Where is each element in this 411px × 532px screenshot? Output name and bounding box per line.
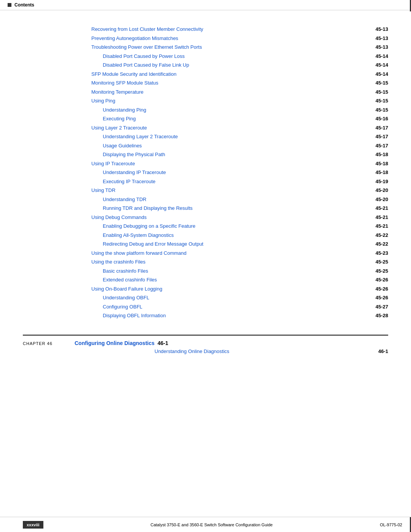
- toc-page-22: 45-21: [376, 222, 388, 230]
- top-bar: Contents: [0, 0, 411, 10]
- toc-item: Understanding OBFL45-26: [23, 294, 388, 302]
- toc-link-8[interactable]: Using Ping: [91, 97, 115, 105]
- toc-link-14[interactable]: Displaying the Physical Path: [103, 151, 165, 158]
- main-content: Recovering from Lost Cluster Member Conn…: [0, 10, 411, 379]
- toc-link-15[interactable]: Using IP Traceroute: [91, 160, 135, 168]
- toc-link-9[interactable]: Understanding Ping: [103, 106, 146, 114]
- toc-link-2[interactable]: Troubleshooting Power over Ethernet Swit…: [91, 43, 202, 51]
- toc-link-16[interactable]: Understanding IP Traceroute: [103, 169, 166, 176]
- toc-link-23[interactable]: Enabling All-System Diagnostics: [103, 232, 174, 239]
- toc-page-13: 45-17: [376, 142, 388, 150]
- toc-page-29: 45-26: [376, 285, 388, 293]
- toc-item: Recovering from Lost Cluster Member Conn…: [23, 26, 388, 33]
- chapter-sub-item-0: Understanding Online Diagnostics46-1: [75, 348, 388, 354]
- page-container: Contents Recovering from Lost Cluster Me…: [0, 0, 411, 532]
- toc-page-2: 45-13: [376, 43, 388, 51]
- toc-page-10: 45-16: [376, 115, 388, 123]
- header-label: Contents: [14, 2, 34, 8]
- toc-list: Recovering from Lost Cluster Member Conn…: [23, 26, 388, 320]
- toc-page-14: 45-18: [376, 151, 388, 158]
- toc-page-11: 45-17: [376, 124, 388, 132]
- toc-link-21[interactable]: Using Debug Commands: [91, 214, 147, 221]
- chapter-sub-page-0: 46-1: [378, 348, 388, 354]
- toc-item: Disabled Port Caused by Power Loss45-14: [23, 53, 388, 60]
- toc-item: Monitoring SFP Module Status45-15: [23, 79, 388, 87]
- toc-link-13[interactable]: Usage Guidelines: [103, 142, 142, 150]
- toc-page-17: 45-19: [376, 178, 388, 185]
- chapter-title-link[interactable]: Configuring Online Diagnostics: [75, 340, 155, 346]
- toc-page-28: 45-26: [376, 276, 388, 284]
- toc-page-5: 45-14: [376, 70, 388, 78]
- toc-link-31[interactable]: Configuring OBFL: [103, 303, 142, 311]
- toc-item: Enabling All-System Diagnostics45-22: [23, 232, 388, 239]
- toc-link-30[interactable]: Understanding OBFL: [103, 294, 149, 302]
- toc-item: Understanding TDR45-20: [23, 196, 388, 203]
- toc-item: Using TDR45-20: [23, 187, 388, 194]
- footer: xxxviii Catalyst 3750-E and 3560-E Switc…: [0, 517, 411, 532]
- chapter-section: chapter 46Configuring Online Diagnostics…: [23, 335, 388, 356]
- toc-link-29[interactable]: Using On-Board Failure Logging: [91, 285, 162, 293]
- toc-page-1: 45-13: [376, 35, 388, 42]
- toc-item: Displaying OBFL Information45-28: [23, 312, 388, 320]
- toc-link-12[interactable]: Understanding Layer 2 Traceroute: [103, 133, 178, 141]
- toc-link-28[interactable]: Extended crashinfo Files: [103, 276, 157, 284]
- toc-page-19: 45-20: [376, 196, 388, 203]
- toc-item: Understanding Layer 2 Traceroute45-17: [23, 133, 388, 141]
- toc-link-0[interactable]: Recovering from Lost Cluster Member Conn…: [91, 26, 203, 33]
- chapter-label: chapter 46: [23, 341, 68, 346]
- toc-link-7[interactable]: Monitoring Temperature: [91, 88, 143, 96]
- toc-item: Understanding IP Traceroute45-18: [23, 169, 388, 176]
- toc-item: Using Ping45-15: [23, 97, 388, 105]
- header-square-icon: [8, 3, 11, 7]
- toc-item: Extended crashinfo Files45-26: [23, 276, 388, 284]
- toc-page-3: 45-14: [376, 53, 388, 60]
- toc-item: Using Debug Commands45-21: [23, 214, 388, 221]
- toc-link-18[interactable]: Using TDR: [91, 187, 115, 194]
- toc-page-20: 45-21: [376, 204, 388, 212]
- chapter-label-block: chapter 46: [23, 341, 68, 346]
- toc-page-30: 45-26: [376, 294, 388, 302]
- toc-item: Disabled Port Caused by False Link Up45-…: [23, 61, 388, 69]
- toc-item: Redirecting Debug and Error Message Outp…: [23, 240, 388, 248]
- toc-link-10[interactable]: Executing Ping: [103, 115, 136, 123]
- toc-link-26[interactable]: Using the crashinfo Files: [91, 258, 145, 266]
- toc-item: Preventing Autonegotiation Mismatches45-…: [23, 35, 388, 42]
- footer-right-text: OL-9775-02: [380, 522, 402, 527]
- toc-link-32[interactable]: Displaying OBFL Information: [103, 312, 166, 320]
- toc-page-12: 45-17: [376, 133, 388, 141]
- toc-item: Configuring OBFL45-27: [23, 303, 388, 311]
- toc-link-27[interactable]: Basic crashinfo Files: [103, 267, 148, 275]
- toc-link-17[interactable]: Executing IP Traceroute: [103, 178, 156, 185]
- toc-item: Troubleshooting Power over Ethernet Swit…: [23, 43, 388, 51]
- toc-link-1[interactable]: Preventing Autonegotiation Mismatches: [91, 35, 178, 42]
- toc-link-24[interactable]: Redirecting Debug and Error Message Outp…: [103, 240, 203, 248]
- toc-link-11[interactable]: Using Layer 2 Traceroute: [91, 124, 147, 132]
- toc-link-19[interactable]: Understanding TDR: [103, 196, 147, 203]
- toc-link-4[interactable]: Disabled Port Caused by False Link Up: [103, 61, 189, 69]
- toc-item: Using the show platform forward Command4…: [23, 249, 388, 257]
- toc-page-15: 45-18: [376, 160, 388, 168]
- toc-item: Basic crashinfo Files45-25: [23, 267, 388, 275]
- toc-page-25: 45-23: [376, 249, 388, 257]
- toc-link-5[interactable]: SFP Module Security and Identification: [91, 70, 177, 78]
- toc-link-22[interactable]: Enabling Debugging on a Specific Feature: [103, 222, 196, 230]
- footer-page-badge: xxxviii: [23, 521, 43, 529]
- chapter-sub-link-0[interactable]: Understanding Online Diagnostics: [155, 348, 229, 354]
- toc-item: Understanding Ping45-15: [23, 106, 388, 114]
- toc-item: Using Layer 2 Traceroute45-17: [23, 124, 388, 132]
- toc-link-3[interactable]: Disabled Port Caused by Power Loss: [103, 53, 185, 60]
- toc-item: Executing IP Traceroute45-19: [23, 178, 388, 185]
- toc-page-24: 45-22: [376, 240, 388, 248]
- toc-item: Using the crashinfo Files45-25: [23, 258, 388, 266]
- toc-page-0: 45-13: [376, 26, 388, 33]
- toc-link-6[interactable]: Monitoring SFP Module Status: [91, 79, 158, 87]
- toc-item: Displaying the Physical Path45-18: [23, 151, 388, 158]
- toc-item: Using On-Board Failure Logging45-26: [23, 285, 388, 293]
- toc-page-26: 45-25: [376, 258, 388, 266]
- toc-page-18: 45-20: [376, 187, 388, 194]
- toc-page-16: 45-18: [376, 169, 388, 176]
- toc-page-31: 45-27: [376, 303, 388, 311]
- toc-item: Enabling Debugging on a Specific Feature…: [23, 222, 388, 230]
- toc-link-20[interactable]: Running TDR and Displaying the Results: [103, 204, 193, 212]
- toc-link-25[interactable]: Using the show platform forward Command: [91, 249, 186, 257]
